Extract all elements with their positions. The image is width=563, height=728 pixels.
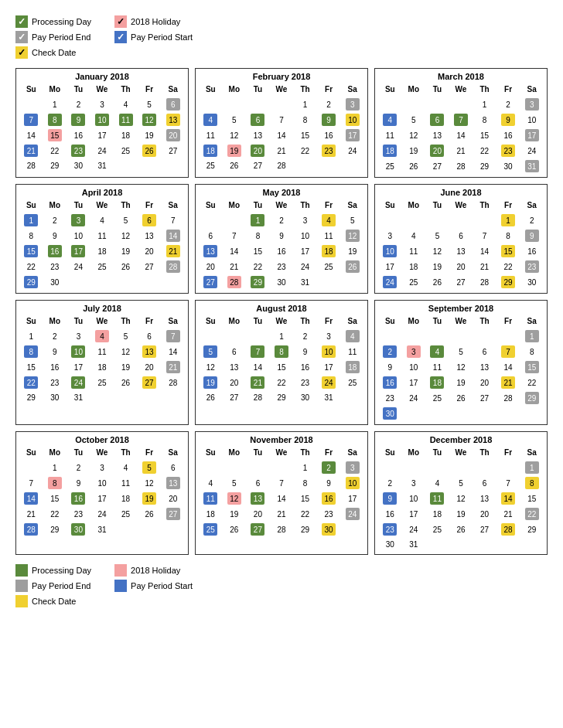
- cell-colored: 14: [24, 492, 38, 505]
- legend-bottom-pay-period-end: Pay Period End: [15, 580, 91, 592]
- cell-colored: 22: [525, 508, 539, 520]
- calendar-cell: 31: [90, 158, 114, 172]
- calendar-cell: 30: [67, 522, 90, 537]
- cell-colored: 23: [383, 523, 397, 536]
- calendar-cell: 1: [496, 213, 520, 228]
- table-row: 18192021222324: [199, 143, 364, 158]
- calendar-cell: 30: [293, 390, 317, 404]
- calendar-cell: 5: [114, 213, 138, 228]
- calendar-title-7: August 2018: [199, 304, 364, 313]
- calendar-cell: 1: [293, 460, 317, 475]
- calendar-table-0: SuMoTuWeThFrSa12345678910111213141516171…: [19, 84, 185, 172]
- calendar-cell: 1: [270, 328, 294, 344]
- calendar-cell: [161, 158, 185, 172]
- calendar-cell: 6: [449, 228, 473, 243]
- cell-colored: 15: [501, 245, 515, 257]
- cell-colored: 30: [71, 523, 85, 536]
- calendar-cell: 5: [138, 97, 162, 112]
- calendar-cell: [496, 460, 520, 475]
- cell-colored: 12: [346, 230, 360, 242]
- calendar-cell: 24: [402, 390, 426, 406]
- day-header: We: [90, 447, 114, 458]
- calendar-cell: 30: [270, 274, 294, 290]
- calendar-cell: 3: [67, 213, 90, 228]
- day-header: Fr: [138, 84, 162, 94]
- calendar-cell: 11: [90, 228, 114, 243]
- legend-bottom-holiday: 2018 Holiday: [114, 564, 193, 577]
- calendar-cell: 18: [425, 375, 449, 390]
- cell-colored: 10: [95, 114, 109, 126]
- calendar-cell: 1: [43, 97, 67, 112]
- table-row: 30: [378, 406, 544, 421]
- calendar-cell: 20: [473, 375, 496, 390]
- calendar-table-5: SuMoTuWeThFrSa12345678910111213141516171…: [378, 200, 544, 290]
- calendar-cell: 21: [223, 259, 247, 274]
- table-row: 16171819202122: [378, 506, 544, 522]
- cell-colored: 2: [322, 461, 336, 474]
- cell-colored: 13: [166, 114, 180, 126]
- cell-colored: 10: [346, 477, 360, 489]
- bottom-check-date-label: Check Date: [32, 597, 76, 606]
- calendar-cell: 25: [425, 522, 449, 537]
- calendar-cell: 7: [449, 112, 473, 128]
- cell-colored: 4: [95, 330, 109, 342]
- cell-colored: 8: [24, 345, 38, 358]
- calendar-cell: 27: [246, 522, 270, 537]
- calendar-cell: [199, 97, 223, 112]
- calendar-table-9: SuMoTuWeThFrSa12345678910111213141516171…: [19, 447, 185, 537]
- calendar-cell: 26: [223, 522, 247, 537]
- cell-colored: 4: [346, 330, 360, 342]
- calendar-cell: [199, 213, 223, 228]
- calendar-cell: 22: [246, 259, 270, 274]
- calendar-cell: 6: [473, 344, 496, 359]
- cell-colored: 28: [501, 523, 515, 536]
- calendar-cell: [449, 328, 473, 344]
- cell-colored: 28: [227, 276, 241, 288]
- calendar-cell: 17: [67, 359, 90, 375]
- cell-colored: 21: [166, 361, 180, 373]
- day-header: Su: [19, 84, 43, 94]
- calendar-cell: [340, 274, 364, 290]
- cell-colored: 3: [407, 345, 421, 358]
- cell-colored: 6: [166, 98, 180, 111]
- calendar-cell: 19: [223, 506, 247, 522]
- calendar-cell: [402, 460, 426, 475]
- calendar-cell: 24: [90, 506, 114, 522]
- calendar-cell: 15: [19, 243, 43, 259]
- calendar-cell: 9: [378, 359, 402, 375]
- calendar-cell: 18: [402, 259, 426, 274]
- calendar-cell: 24: [402, 522, 426, 537]
- calendar-cell: 12: [223, 128, 247, 143]
- table-row: 9101112131415: [378, 491, 544, 506]
- cell-colored: 17: [71, 245, 85, 257]
- cell-colored: 16: [322, 492, 336, 505]
- calendar-cell: 27: [473, 522, 496, 537]
- calendar-cell: 2: [67, 97, 90, 112]
- cell-colored: 12: [227, 492, 241, 505]
- calendar-cell: 17: [340, 491, 364, 506]
- calendar-cell: 1: [520, 460, 544, 475]
- calendar-cell: 23: [270, 259, 294, 274]
- calendar-1: February 2018SuMoTuWeThFrSa1234567891011…: [195, 68, 368, 178]
- cell-colored: 14: [166, 230, 180, 242]
- calendar-cell: [270, 97, 294, 112]
- cell-colored: 7: [501, 345, 515, 358]
- calendar-cell: 6: [425, 112, 449, 128]
- calendar-cell: 7: [161, 328, 185, 344]
- calendar-cell: 10: [340, 475, 364, 491]
- calendar-cell: 1: [293, 97, 317, 112]
- cell-colored: 6: [251, 114, 264, 126]
- calendar-cell: 7: [246, 344, 270, 359]
- calendar-cell: 10: [90, 112, 114, 128]
- calendar-cell: 3: [67, 328, 90, 344]
- cell-colored: 30: [322, 523, 336, 536]
- calendar-cell: 15: [473, 128, 496, 143]
- calendar-cell: [138, 158, 162, 172]
- calendar-cell: [223, 213, 247, 228]
- calendar-cell: 28: [496, 390, 520, 406]
- calendar-cell: 21: [246, 375, 270, 390]
- calendar-cell: 2: [270, 213, 294, 228]
- day-header: Su: [19, 200, 43, 210]
- calendar-cell: 8: [496, 228, 520, 243]
- calendar-cell: 6: [223, 344, 247, 359]
